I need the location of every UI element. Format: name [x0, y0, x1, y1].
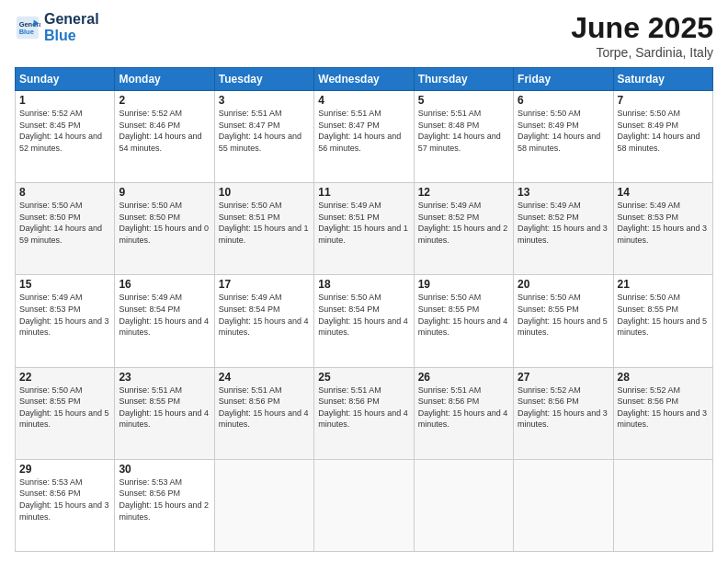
logo: General Blue General Blue [15, 11, 99, 43]
calendar-cell: 7 Sunrise: 5:50 AMSunset: 8:49 PMDayligh… [613, 91, 712, 183]
calendar-cell: 12 Sunrise: 5:49 AMSunset: 8:52 PMDaylig… [414, 183, 513, 275]
day-info: Sunrise: 5:49 AMSunset: 8:54 PMDaylight:… [219, 293, 309, 337]
day-number: 14 [618, 186, 709, 199]
calendar-page: General Blue General Blue June 2025 Torp… [0, 0, 728, 563]
weekday-thursday: Thursday [414, 68, 513, 91]
day-info: Sunrise: 5:50 AMSunset: 8:50 PMDaylight:… [19, 201, 102, 245]
calendar-cell: 23 Sunrise: 5:51 AMSunset: 8:55 PMDaylig… [115, 367, 214, 459]
day-number: 22 [19, 371, 110, 384]
day-number: 21 [618, 278, 709, 291]
day-info: Sunrise: 5:49 AMSunset: 8:54 PMDaylight:… [119, 293, 209, 337]
day-info: Sunrise: 5:50 AMSunset: 8:55 PMDaylight:… [618, 293, 708, 337]
day-number: 3 [219, 94, 310, 107]
calendar-cell [314, 459, 414, 551]
day-info: Sunrise: 5:49 AMSunset: 8:52 PMDaylight:… [518, 201, 608, 245]
day-number: 10 [219, 186, 310, 199]
calendar-cell: 21 Sunrise: 5:50 AMSunset: 8:55 PMDaylig… [613, 275, 712, 367]
day-number: 4 [318, 94, 409, 107]
calendar-cell: 3 Sunrise: 5:51 AMSunset: 8:47 PMDayligh… [214, 91, 313, 183]
day-number: 23 [119, 371, 210, 384]
day-number: 25 [318, 371, 409, 384]
calendar-cell: 5 Sunrise: 5:51 AMSunset: 8:48 PMDayligh… [414, 91, 513, 183]
calendar-cell [514, 459, 613, 551]
calendar-cell: 9 Sunrise: 5:50 AMSunset: 8:50 PMDayligh… [115, 183, 214, 275]
weekday-saturday: Saturday [613, 68, 712, 91]
day-info: Sunrise: 5:53 AMSunset: 8:56 PMDaylight:… [19, 477, 109, 522]
calendar-cell: 1 Sunrise: 5:52 AMSunset: 8:45 PMDayligh… [16, 91, 115, 183]
day-number: 30 [119, 463, 210, 476]
weekday-sunday: Sunday [16, 68, 115, 91]
day-info: Sunrise: 5:50 AMSunset: 8:51 PMDaylight:… [219, 201, 309, 245]
day-info: Sunrise: 5:52 AMSunset: 8:45 PMDaylight:… [19, 109, 102, 153]
day-info: Sunrise: 5:50 AMSunset: 8:55 PMDaylight:… [418, 293, 508, 337]
weekday-friday: Friday [514, 68, 613, 91]
day-number: 20 [518, 278, 609, 291]
calendar-cell: 24 Sunrise: 5:51 AMSunset: 8:56 PMDaylig… [214, 367, 313, 459]
day-info: Sunrise: 5:52 AMSunset: 8:46 PMDaylight:… [119, 109, 201, 153]
calendar-cell: 20 Sunrise: 5:50 AMSunset: 8:55 PMDaylig… [514, 275, 613, 367]
day-number: 24 [219, 371, 310, 384]
calendar-cell: 29 Sunrise: 5:53 AMSunset: 8:56 PMDaylig… [16, 459, 115, 551]
calendar-cell: 26 Sunrise: 5:51 AMSunset: 8:56 PMDaylig… [414, 367, 513, 459]
day-info: Sunrise: 5:49 AMSunset: 8:53 PMDaylight:… [618, 201, 708, 245]
day-number: 8 [19, 186, 110, 199]
day-info: Sunrise: 5:51 AMSunset: 8:47 PMDaylight:… [219, 109, 301, 153]
calendar-title: June 2025 [571, 11, 713, 45]
calendar-cell: 25 Sunrise: 5:51 AMSunset: 8:56 PMDaylig… [314, 367, 414, 459]
calendar-cell: 15 Sunrise: 5:49 AMSunset: 8:53 PMDaylig… [16, 275, 115, 367]
day-info: Sunrise: 5:53 AMSunset: 8:56 PMDaylight:… [119, 477, 209, 522]
calendar-cell: 19 Sunrise: 5:50 AMSunset: 8:55 PMDaylig… [414, 275, 513, 367]
day-info: Sunrise: 5:51 AMSunset: 8:56 PMDaylight:… [418, 385, 508, 430]
day-info: Sunrise: 5:49 AMSunset: 8:51 PMDaylight:… [318, 201, 408, 245]
calendar-cell: 11 Sunrise: 5:49 AMSunset: 8:51 PMDaylig… [314, 183, 414, 275]
day-info: Sunrise: 5:51 AMSunset: 8:55 PMDaylight:… [119, 385, 209, 430]
calendar-cell: 4 Sunrise: 5:51 AMSunset: 8:47 PMDayligh… [314, 91, 414, 183]
day-info: Sunrise: 5:51 AMSunset: 8:56 PMDaylight:… [318, 385, 408, 430]
day-info: Sunrise: 5:50 AMSunset: 8:55 PMDaylight:… [19, 385, 109, 430]
day-number: 29 [19, 463, 110, 476]
logo-icon: General Blue [15, 15, 40, 40]
calendar-cell: 2 Sunrise: 5:52 AMSunset: 8:46 PMDayligh… [115, 91, 214, 183]
day-info: Sunrise: 5:51 AMSunset: 8:47 PMDaylight:… [318, 109, 401, 153]
calendar-cell: 28 Sunrise: 5:52 AMSunset: 8:56 PMDaylig… [613, 367, 712, 459]
day-info: Sunrise: 5:52 AMSunset: 8:56 PMDaylight:… [518, 385, 608, 430]
day-number: 15 [19, 278, 110, 291]
logo-text: General Blue [44, 11, 99, 43]
day-number: 26 [418, 371, 509, 384]
weekday-monday: Monday [115, 68, 214, 91]
day-info: Sunrise: 5:51 AMSunset: 8:48 PMDaylight:… [418, 109, 501, 153]
calendar-cell: 22 Sunrise: 5:50 AMSunset: 8:55 PMDaylig… [16, 367, 115, 459]
header: General Blue General Blue June 2025 Torp… [15, 11, 713, 60]
calendar-cell [613, 459, 712, 551]
title-block: June 2025 Torpe, Sardinia, Italy [571, 11, 713, 60]
weekday-tuesday: Tuesday [214, 68, 313, 91]
day-info: Sunrise: 5:50 AMSunset: 8:54 PMDaylight:… [318, 293, 408, 337]
day-number: 9 [119, 186, 210, 199]
day-number: 11 [318, 186, 409, 199]
calendar-cell: 27 Sunrise: 5:52 AMSunset: 8:56 PMDaylig… [514, 367, 613, 459]
day-number: 5 [418, 94, 509, 107]
calendar-cell: 10 Sunrise: 5:50 AMSunset: 8:51 PMDaylig… [214, 183, 313, 275]
calendar-cell: 17 Sunrise: 5:49 AMSunset: 8:54 PMDaylig… [214, 275, 313, 367]
day-number: 18 [318, 278, 409, 291]
calendar-cell: 6 Sunrise: 5:50 AMSunset: 8:49 PMDayligh… [514, 91, 613, 183]
day-info: Sunrise: 5:49 AMSunset: 8:52 PMDaylight:… [418, 201, 508, 245]
day-info: Sunrise: 5:50 AMSunset: 8:55 PMDaylight:… [518, 293, 608, 337]
day-info: Sunrise: 5:51 AMSunset: 8:56 PMDaylight:… [219, 385, 309, 430]
calendar-cell [414, 459, 513, 551]
day-info: Sunrise: 5:49 AMSunset: 8:53 PMDaylight:… [19, 293, 109, 337]
day-number: 7 [618, 94, 709, 107]
day-number: 13 [518, 186, 609, 199]
calendar-cell: 16 Sunrise: 5:49 AMSunset: 8:54 PMDaylig… [115, 275, 214, 367]
svg-text:Blue: Blue [19, 28, 34, 36]
day-number: 28 [618, 371, 709, 384]
weekday-wednesday: Wednesday [314, 68, 414, 91]
calendar-table: SundayMondayTuesdayWednesdayThursdayFrid… [15, 67, 713, 552]
calendar-subtitle: Torpe, Sardinia, Italy [571, 45, 713, 60]
day-number: 6 [518, 94, 609, 107]
day-number: 19 [418, 278, 509, 291]
day-info: Sunrise: 5:50 AMSunset: 8:50 PMDaylight:… [119, 201, 209, 245]
calendar-cell: 30 Sunrise: 5:53 AMSunset: 8:56 PMDaylig… [115, 459, 214, 551]
calendar-cell: 13 Sunrise: 5:49 AMSunset: 8:52 PMDaylig… [514, 183, 613, 275]
calendar-cell: 8 Sunrise: 5:50 AMSunset: 8:50 PMDayligh… [16, 183, 115, 275]
